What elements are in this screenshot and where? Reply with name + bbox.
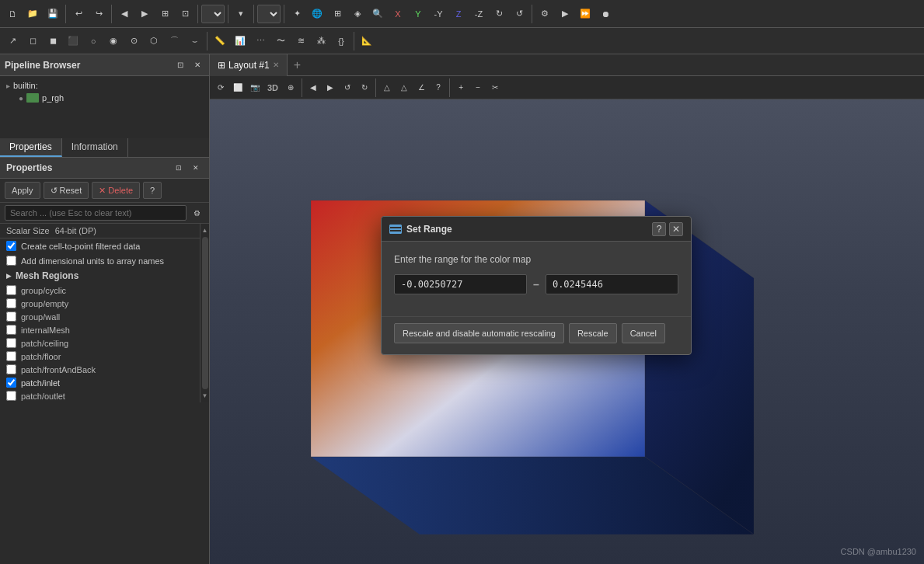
vp-del-btn[interactable]: − bbox=[470, 78, 486, 97]
rotate-cw-btn[interactable]: ↻ bbox=[490, 3, 508, 25]
mesh-inlet-checkbox[interactable] bbox=[6, 378, 16, 388]
search-settings-btn[interactable]: ⚙ bbox=[190, 205, 204, 221]
mesh-frontback-checkbox[interactable] bbox=[6, 364, 16, 374]
representation-selector[interactable]: Surface bbox=[257, 5, 281, 23]
curve-btn[interactable]: ⌒ bbox=[165, 30, 183, 52]
axis-z-btn[interactable]: Z bbox=[449, 3, 468, 25]
rescale-disable-btn[interactable]: Rescale and disable automatic rescaling bbox=[394, 323, 564, 343]
code-btn[interactable]: {} bbox=[332, 30, 350, 52]
pipeline-item-prgh[interactable]: ● p_rgh bbox=[3, 92, 206, 104]
scroll-down-arrow[interactable]: ▼ bbox=[200, 391, 209, 401]
grid-btn[interactable]: ⊞ bbox=[328, 3, 347, 25]
ruler-btn[interactable]: 📏 bbox=[211, 30, 229, 52]
viewport-canvas[interactable]: CSDN @ambu1230 Set Range ? ✕ Enter the r… bbox=[210, 99, 924, 564]
dialog-close-btn[interactable]: ✕ bbox=[669, 222, 683, 236]
more-btn-2[interactable]: ⊡ bbox=[176, 3, 194, 25]
save-button[interactable]: 💾 bbox=[44, 3, 62, 25]
play-btn[interactable]: ▶ bbox=[556, 3, 574, 25]
settings-btn[interactable]: ⚙ bbox=[535, 3, 554, 25]
scroll-thumb[interactable] bbox=[202, 237, 208, 389]
axis-negy-btn[interactable]: -Y bbox=[429, 3, 448, 25]
globe-btn[interactable]: 🌐 bbox=[308, 3, 326, 25]
mesh-cyclic-checkbox[interactable] bbox=[6, 285, 16, 295]
apply-button[interactable]: Apply bbox=[5, 182, 40, 199]
vp-3d-btn[interactable]: 3D bbox=[264, 78, 281, 97]
axis-y-btn[interactable]: Y bbox=[409, 3, 427, 25]
rotate-ccw-btn[interactable]: ↺ bbox=[510, 3, 528, 25]
add-layout-btn[interactable]: + bbox=[288, 57, 307, 74]
mesh-wall-checkbox[interactable] bbox=[6, 312, 16, 322]
polygon-btn[interactable]: ⬡ bbox=[145, 30, 163, 52]
tab-information[interactable]: Information bbox=[62, 138, 128, 157]
scatter-btn[interactable]: ⋯ bbox=[251, 30, 270, 52]
pipeline-item-builtin[interactable]: ▸ builtin: bbox=[3, 79, 206, 92]
back-button[interactable]: ◀ bbox=[115, 3, 134, 25]
scroll-up-arrow[interactable]: ▲ bbox=[200, 225, 209, 235]
mesh-internal-checkbox[interactable] bbox=[6, 325, 16, 335]
vp-rot-right[interactable]: ↻ bbox=[357, 78, 372, 97]
tab-properties[interactable]: Properties bbox=[0, 138, 62, 157]
pipeline-selector[interactable]: p_rgh bbox=[201, 5, 225, 23]
circle-btn[interactable]: ◉ bbox=[104, 30, 123, 52]
stream-btn[interactable]: ≋ bbox=[291, 30, 310, 52]
vp-add-btn[interactable]: + bbox=[453, 78, 469, 97]
bezier-btn[interactable]: ⌣ bbox=[185, 30, 204, 52]
new-button[interactable]: 🗋 bbox=[3, 3, 22, 25]
cube-fill-btn[interactable]: ⬛ bbox=[64, 30, 82, 52]
wave-btn[interactable]: 〜 bbox=[271, 30, 290, 52]
vp-reset-camera[interactable]: ⟳ bbox=[213, 78, 228, 97]
mesh-floor-checkbox[interactable] bbox=[6, 351, 16, 361]
transform-btn[interactable]: ✦ bbox=[288, 3, 306, 25]
measure2-btn[interactable]: 📐 bbox=[357, 30, 376, 52]
cube-outline-btn[interactable]: ◼ bbox=[44, 30, 62, 52]
vp-prev-frame[interactable]: ◀ bbox=[305, 78, 321, 97]
vp-query[interactable]: ? bbox=[431, 78, 446, 97]
range-max-input[interactable] bbox=[546, 274, 678, 294]
rescale-btn[interactable]: Rescale bbox=[569, 323, 617, 343]
vp-next-frame[interactable]: ▶ bbox=[323, 78, 338, 97]
vp-angle[interactable]: ∠ bbox=[413, 78, 429, 97]
vp-scissors-btn[interactable]: ✂ bbox=[487, 78, 503, 97]
record-btn[interactable]: ⏺ bbox=[596, 3, 615, 25]
redo-button[interactable]: ↪ bbox=[89, 3, 108, 25]
properties-expand-btn[interactable]: ⊡ bbox=[172, 161, 186, 175]
open-button[interactable]: 📁 bbox=[23, 3, 42, 25]
arrow-btn[interactable]: ▾ bbox=[232, 3, 250, 25]
dimensional-units-checkbox[interactable] bbox=[6, 256, 16, 266]
chart-btn[interactable]: 📊 bbox=[231, 30, 249, 52]
viewport-tab-layout1[interactable]: ⊞ Layout #1 ✕ bbox=[210, 54, 288, 76]
play2-btn[interactable]: ⏩ bbox=[576, 3, 594, 25]
forward-button[interactable]: ▶ bbox=[135, 3, 154, 25]
cube-btn[interactable]: ◻ bbox=[23, 30, 42, 52]
select-btn[interactable]: ↗ bbox=[3, 30, 22, 52]
zoom-btn[interactable]: 🔍 bbox=[368, 3, 387, 25]
help-button[interactable]: ? bbox=[143, 182, 162, 199]
mesh-empty-checkbox[interactable] bbox=[6, 298, 16, 308]
range-min-input[interactable] bbox=[394, 274, 527, 294]
particle-btn[interactable]: ⁂ bbox=[312, 30, 330, 52]
search-input[interactable] bbox=[5, 205, 187, 221]
cancel-btn[interactable]: Cancel bbox=[622, 323, 665, 343]
mesh-ceiling-checkbox[interactable] bbox=[6, 338, 16, 348]
dialog-help-btn[interactable]: ? bbox=[652, 222, 666, 236]
vp-measure[interactable]: △ bbox=[396, 78, 412, 97]
axis-x-btn[interactable]: X bbox=[389, 3, 407, 25]
vp-rot-left[interactable]: ↺ bbox=[340, 78, 355, 97]
sphere-btn[interactable]: ○ bbox=[84, 30, 103, 52]
view-btn[interactable]: ◈ bbox=[348, 3, 367, 25]
delete-button[interactable]: ✕ Delete bbox=[92, 182, 140, 199]
ring-btn[interactable]: ⊙ bbox=[124, 30, 143, 52]
vp-zoom-extents[interactable]: ⬜ bbox=[230, 78, 246, 97]
vp-zoom-fit[interactable]: ⊕ bbox=[283, 78, 298, 97]
vp-ruler[interactable]: △ bbox=[379, 78, 395, 97]
properties-close-btn[interactable]: ✕ bbox=[189, 161, 203, 175]
pipeline-close-btn[interactable]: ✕ bbox=[190, 57, 204, 73]
mesh-outlet-checkbox[interactable] bbox=[6, 391, 16, 401]
reset-button[interactable]: ↺ Reset bbox=[44, 182, 89, 199]
axis-negz-btn[interactable]: -Z bbox=[469, 3, 488, 25]
cell-to-point-checkbox[interactable] bbox=[6, 241, 16, 251]
more-btn-1[interactable]: ⊞ bbox=[155, 3, 174, 25]
vp-screenshot[interactable]: 📷 bbox=[247, 78, 263, 97]
undo-button[interactable]: ↩ bbox=[69, 3, 88, 25]
pipeline-resize-btn[interactable]: ⊡ bbox=[173, 57, 187, 73]
